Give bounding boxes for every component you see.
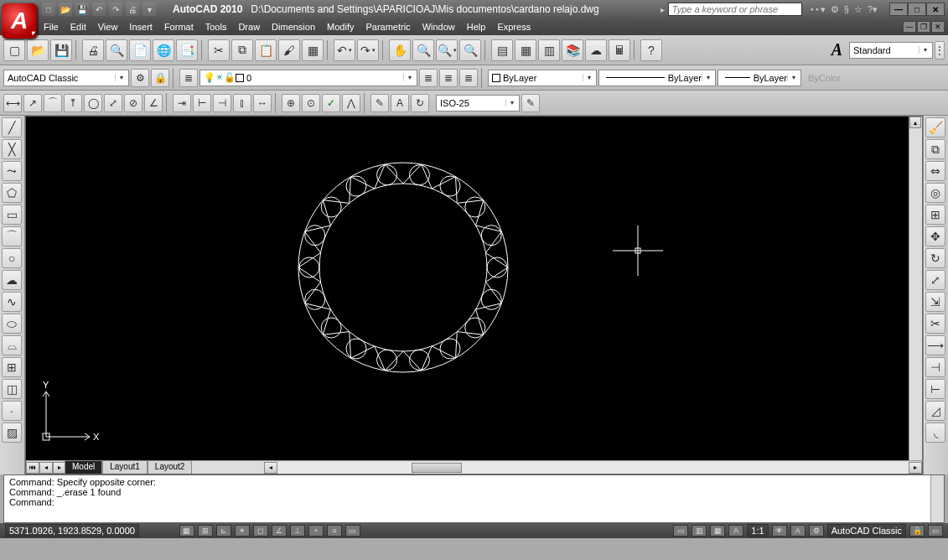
workspace-combo[interactable]: AutoCAD Classic ▾: [3, 70, 129, 86]
dim-baseline-icon[interactable]: ⊢: [193, 94, 211, 112]
fillet-icon[interactable]: ◟: [925, 423, 945, 443]
qat-save-icon[interactable]: 💾: [75, 3, 89, 16]
dim-aligned-icon[interactable]: ↗: [23, 94, 42, 112]
menu-insert[interactable]: Insert: [129, 22, 153, 32]
color-combo[interactable]: ByLayer ▾: [488, 70, 597, 86]
help-icon[interactable]: ?▾: [868, 4, 878, 15]
tab-layout2[interactable]: Layout2: [148, 460, 193, 474]
dyn-toggle-icon[interactable]: +: [308, 525, 324, 537]
lwt-toggle-icon[interactable]: ≡: [327, 525, 342, 537]
qat-undo-icon[interactable]: ↶: [92, 3, 106, 16]
tab-layout1[interactable]: Layout1: [102, 460, 148, 474]
chamfer-icon[interactable]: ◿: [925, 401, 945, 421]
properties-icon[interactable]: ▤: [491, 39, 513, 61]
qat-redo-icon[interactable]: ↷: [109, 3, 122, 16]
stretch-icon[interactable]: ⇲: [925, 292, 945, 312]
dim-arc-icon[interactable]: ⌒: [44, 94, 62, 112]
zoom-realtime-icon[interactable]: 🔍: [412, 39, 434, 61]
dim-update-icon[interactable]: ↻: [411, 94, 429, 112]
offset-icon[interactable]: ◎: [925, 183, 945, 203]
line-icon[interactable]: ╱: [2, 117, 22, 137]
move-icon[interactable]: ✥: [925, 226, 945, 246]
menu-view[interactable]: View: [98, 22, 118, 32]
vertical-scrollbar[interactable]: ▴: [909, 117, 922, 460]
array-icon[interactable]: ⊞: [925, 205, 945, 225]
dim-break-icon[interactable]: ↔: [253, 94, 272, 112]
arc-icon[interactable]: ⌒: [2, 226, 22, 246]
construction-line-icon[interactable]: ╳: [2, 139, 22, 159]
sheet-set-icon[interactable]: 📑: [176, 39, 198, 61]
qat-dropdown-icon[interactable]: ▾: [142, 3, 156, 16]
qat-new-icon[interactable]: □: [42, 3, 55, 16]
erase-icon[interactable]: 🧹: [925, 117, 945, 137]
dim-linear-icon[interactable]: ⟷: [3, 94, 22, 112]
vscroll-up-icon[interactable]: ▴: [909, 117, 921, 128]
plot-preview-icon[interactable]: 🔍: [106, 39, 127, 61]
grid-toggle-icon[interactable]: ⊞: [198, 525, 213, 537]
application-menu-button[interactable]: A: [2, 3, 37, 39]
text-style-combo[interactable]: Standard ▾: [849, 42, 933, 59]
hscroll-thumb[interactable]: [412, 463, 462, 473]
comm-icon[interactable]: §: [844, 4, 849, 15]
hscroll-track[interactable]: [277, 462, 909, 474]
ws-switch-icon[interactable]: ⚙: [809, 525, 824, 537]
tolerance-icon[interactable]: ⊕: [282, 94, 300, 112]
save-icon[interactable]: 💾: [50, 39, 72, 61]
markup-icon[interactable]: ☁: [585, 39, 607, 61]
redo-button[interactable]: ↷: [357, 39, 379, 61]
cleanscreen-icon[interactable]: ▭: [928, 525, 943, 537]
dim-diameter-icon[interactable]: ⊘: [124, 94, 142, 112]
menu-express[interactable]: Express: [497, 22, 531, 32]
hscroll-left-icon[interactable]: ◂: [264, 462, 277, 474]
tab-model[interactable]: Model: [65, 460, 102, 474]
toolbar-help-icon[interactable]: ?: [640, 39, 662, 61]
search-input[interactable]: [668, 3, 802, 16]
status-workspace[interactable]: AutoCAD Classic: [827, 524, 906, 537]
qat-print-icon[interactable]: 🖨: [126, 3, 139, 16]
text-style-more-icon[interactable]: ⋮: [935, 41, 945, 60]
workspace-settings-icon[interactable]: ⚙: [131, 69, 149, 87]
osnap-toggle-icon[interactable]: ◻: [253, 525, 268, 537]
rotate-icon[interactable]: ↻: [925, 248, 945, 268]
spline-icon[interactable]: ∿: [2, 292, 22, 312]
rectangle-icon[interactable]: ▭: [2, 205, 22, 225]
paste-icon[interactable]: 📋: [255, 39, 277, 61]
dim-tedit-icon[interactable]: A: [391, 94, 409, 112]
tab-first-icon[interactable]: ⏮: [26, 462, 39, 474]
dim-edit-icon[interactable]: ✎: [370, 94, 389, 112]
zoom-window-icon[interactable]: 🔍: [436, 39, 458, 61]
menu-window[interactable]: Window: [422, 22, 455, 32]
3ddwf-icon[interactable]: 🌐: [153, 39, 174, 61]
layer-prev-icon[interactable]: ≣: [439, 69, 458, 87]
menu-tools[interactable]: Tools: [205, 22, 227, 32]
dimstyle-manager-icon[interactable]: ✎: [521, 94, 540, 112]
model-paper-toggle[interactable]: ▭: [673, 525, 688, 537]
dim-angular-icon[interactable]: ∠: [144, 94, 163, 112]
workspace-lock-icon[interactable]: 🔒: [151, 69, 169, 87]
block-editor-icon[interactable]: ▦: [302, 39, 324, 61]
mdi-minimize-button[interactable]: —: [903, 21, 916, 33]
polygon-icon[interactable]: ⬠: [2, 183, 22, 203]
mdi-restore-button[interactable]: ❐: [917, 21, 930, 33]
linetype-combo[interactable]: ByLayer ▾: [598, 70, 716, 86]
break-icon[interactable]: ⊣: [925, 357, 945, 377]
zoom-previous-icon[interactable]: 🔍: [459, 39, 481, 61]
horizontal-scrollbar[interactable]: ⏮ ◂ ▸ ⏭ Model Layout1 Layout2 ◂ ▸: [26, 460, 922, 474]
trim-icon[interactable]: ✂: [925, 314, 945, 334]
snap-toggle-icon[interactable]: ▦: [179, 525, 194, 537]
quickview-drawings-icon[interactable]: ▦: [710, 525, 725, 537]
dim-continue-icon[interactable]: ⊣: [213, 94, 231, 112]
menu-edit[interactable]: Edit: [70, 22, 86, 32]
tab-prev-icon[interactable]: ◂: [39, 462, 53, 474]
insert-block-icon[interactable]: ⊞: [2, 357, 22, 377]
publish-icon[interactable]: 📄: [129, 39, 151, 61]
menu-parametric[interactable]: Parametric: [365, 22, 410, 32]
undo-button[interactable]: ↶: [334, 39, 355, 61]
quickview-layouts-icon[interactable]: ▥: [692, 525, 707, 537]
dim-ordinate-icon[interactable]: ⤒: [64, 94, 82, 112]
menu-dimension[interactable]: Dimension: [272, 22, 315, 32]
command-window[interactable]: Command: Specify opposite corner: Comman…: [3, 474, 945, 523]
circle-icon[interactable]: ○: [2, 248, 22, 268]
cmd-scroll[interactable]: [930, 475, 944, 522]
dim-space-icon[interactable]: ⫿: [233, 94, 251, 112]
